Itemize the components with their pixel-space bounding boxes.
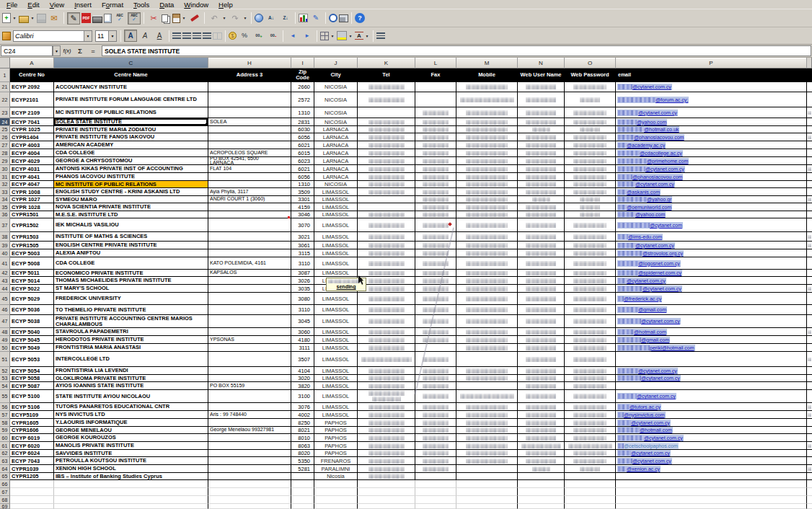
column-header-C[interactable]: C bbox=[54, 58, 208, 68]
cell-M54[interactable] bbox=[456, 382, 518, 390]
cell-H64[interactable] bbox=[208, 465, 291, 473]
cell-O27[interactable] bbox=[565, 141, 616, 149]
cell-C38[interactable]: INSTITUTE OF MATHS & SCIENCES bbox=[54, 232, 208, 242]
cell-L66[interactable] bbox=[415, 480, 456, 488]
cell-H59[interactable]: George Menelaou 99327981 bbox=[208, 427, 291, 434]
cell-I69[interactable] bbox=[291, 504, 314, 509]
cell-P31[interactable]: @phanosiacovou.com bbox=[616, 173, 807, 181]
cell-I67[interactable] bbox=[291, 488, 314, 496]
cell-P61[interactable]: @cetschoolpaphos.com bbox=[616, 442, 807, 450]
cell-M24[interactable] bbox=[456, 118, 518, 126]
cell-H66[interactable] bbox=[208, 480, 291, 488]
cell-C35[interactable]: NOVA SCIENTIA PRIVATE INSTITUTE bbox=[54, 203, 208, 211]
cell-C21[interactable]: ACCOUNTANCY INSTITUTE bbox=[54, 82, 208, 92]
cell-A50[interactable]: ECYP 5049 bbox=[10, 344, 54, 352]
cell-L25[interactable] bbox=[415, 126, 456, 133]
cell-A64[interactable]: CYPR1039 bbox=[10, 465, 54, 473]
row-header-34[interactable]: 34 bbox=[0, 196, 10, 203]
cell-K39[interactable] bbox=[358, 242, 415, 249]
cell-K67[interactable] bbox=[358, 488, 415, 496]
cell-P60[interactable]: @cytanet.com.cy bbox=[616, 434, 807, 442]
cell-C29[interactable]: GEORGE A CHRYSOSTOMOU bbox=[54, 157, 208, 165]
cell-I31[interactable]: 6056 bbox=[291, 173, 314, 181]
cell-A61[interactable]: ECYP 6020 bbox=[10, 442, 54, 450]
cell-L28[interactable] bbox=[415, 149, 456, 157]
cell-N31[interactable] bbox=[518, 173, 565, 181]
cell-I52[interactable]: 4104 bbox=[291, 367, 314, 375]
cell-I44[interactable]: 3035 bbox=[291, 285, 314, 293]
row-header-40[interactable]: 40 bbox=[0, 249, 10, 257]
cell-I53[interactable]: 3020 bbox=[291, 375, 314, 382]
cell-P30[interactable]: @cytanet.com.cy bbox=[616, 165, 807, 173]
cell-J34[interactable]: LIMASSOL bbox=[314, 196, 358, 203]
cell-O58[interactable] bbox=[565, 419, 616, 427]
cell-P49[interactable]: @gmail.com bbox=[616, 336, 807, 344]
cell-P56[interactable]: @tutors.ac.cy bbox=[616, 403, 807, 411]
email-link[interactable]: @cytanet.com.cy bbox=[617, 84, 672, 90]
cell-N49[interactable] bbox=[518, 336, 565, 344]
cell-L61[interactable] bbox=[415, 442, 456, 450]
cell-H41[interactable]: KATO POLEMIDIA, 4161 bbox=[208, 257, 291, 270]
cell-C44[interactable]: ST MARY'S SCHOOL bbox=[54, 285, 208, 293]
cell-I28[interactable]: 6015 bbox=[291, 149, 314, 157]
cell-O65[interactable] bbox=[565, 473, 616, 480]
cell-K29[interactable] bbox=[358, 157, 415, 165]
background-color-button-dropdown[interactable]: ▼ bbox=[348, 30, 353, 42]
cell-A28[interactable]: ECYP 4004 bbox=[10, 149, 54, 157]
cell-K31[interactable] bbox=[358, 173, 415, 181]
menu-insert[interactable]: Insert bbox=[69, 1, 97, 9]
cell-P40[interactable]: @strovolos.org.cy bbox=[616, 249, 807, 257]
cell-A58[interactable]: CYPR1605 bbox=[10, 419, 54, 427]
cell-N27[interactable] bbox=[518, 141, 565, 149]
column-header-I[interactable]: I bbox=[291, 58, 314, 68]
row-header-33[interactable]: 33 bbox=[0, 188, 10, 196]
paragraph-lines-button[interactable] bbox=[376, 32, 385, 39]
cell-K68[interactable] bbox=[358, 496, 415, 504]
bold-button[interactable]: A bbox=[124, 30, 137, 42]
redo-button-dropdown[interactable]: ▼ bbox=[242, 12, 248, 25]
cell-L49[interactable] bbox=[415, 336, 456, 344]
cell-K27[interactable] bbox=[358, 141, 415, 149]
cell-I63[interactable]: 5350 bbox=[291, 457, 314, 465]
cell-M52[interactable] bbox=[456, 367, 518, 375]
row-header-29[interactable]: 29 bbox=[0, 157, 10, 165]
cell-I60[interactable]: 8010 bbox=[291, 434, 314, 442]
cell-J65[interactable]: Nicosia bbox=[314, 473, 358, 480]
autospellcheck-button[interactable]: ABC bbox=[128, 12, 141, 25]
cell-O64[interactable] bbox=[565, 465, 616, 473]
cell-K61[interactable] bbox=[358, 442, 415, 450]
cell-J41[interactable]: LIMASSOL bbox=[314, 257, 358, 270]
cell-reference-input[interactable] bbox=[1, 48, 52, 55]
cell-A60[interactable]: ECYP 6019 bbox=[10, 434, 54, 442]
cell-K28[interactable] bbox=[358, 149, 415, 157]
italic-button[interactable]: A bbox=[138, 30, 151, 42]
cell-C27[interactable]: AMERICAN ACADEMY bbox=[54, 141, 208, 149]
currency-format-button[interactable]: $ bbox=[229, 32, 237, 40]
cell-K23[interactable] bbox=[358, 107, 415, 118]
cell-H26[interactable] bbox=[208, 133, 291, 141]
cell-C22[interactable]: PRIVATE INSTITUTE FORUM LANGUAGE CENTRE … bbox=[54, 92, 208, 107]
cell-J60[interactable]: PAPHOS bbox=[314, 434, 358, 442]
cell-K49[interactable] bbox=[358, 336, 415, 344]
cell-N48[interactable] bbox=[518, 328, 565, 336]
cell-P25[interactable]: @hotmail.co.uk bbox=[616, 126, 807, 133]
cell-A34[interactable]: CYPR 1027 bbox=[10, 196, 54, 203]
cell-J47[interactable]: LIMASSOL bbox=[314, 315, 358, 328]
cell-N66[interactable] bbox=[518, 480, 565, 488]
cell-P34[interactable]: @yahoo.gr bbox=[616, 196, 807, 203]
cell-O29[interactable] bbox=[565, 157, 616, 165]
cell-P67[interactable] bbox=[616, 488, 807, 496]
cell-P44[interactable]: @cytanet.com.cy bbox=[616, 285, 807, 293]
cell-J28[interactable]: LARNACA bbox=[314, 149, 358, 157]
cell-I42[interactable]: 3087 bbox=[291, 270, 314, 277]
cell-K36[interactable] bbox=[358, 211, 415, 218]
cell-P28[interactable]: @cdacollege.ac.cy bbox=[616, 149, 807, 157]
cell-K64[interactable] bbox=[358, 465, 415, 473]
cell-P43[interactable]: @cytanet.com.cy bbox=[616, 277, 807, 285]
cell-N33[interactable] bbox=[518, 188, 565, 196]
email-link[interactable]: @phanosiacovou.com bbox=[617, 134, 684, 141]
cell-O45[interactable] bbox=[565, 293, 616, 305]
cell-H44[interactable] bbox=[208, 285, 291, 293]
cell-C65[interactable]: IBS – Institute of Banking Studies Cypru… bbox=[54, 473, 208, 480]
menu-file[interactable]: File bbox=[1, 1, 22, 9]
